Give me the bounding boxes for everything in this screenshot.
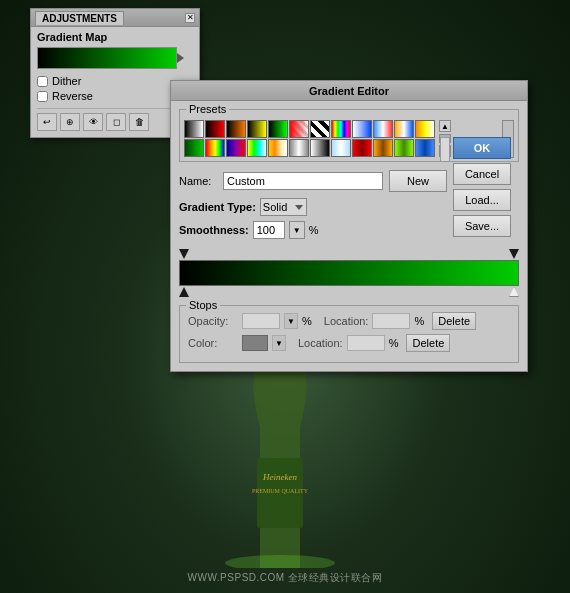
svg-text:Heineken: Heineken <box>262 472 297 482</box>
save-button[interactable]: Save... <box>453 215 511 237</box>
gradient-editor-body: Presets <box>171 101 527 371</box>
dither-label: Dither <box>52 75 81 87</box>
color-location-pct: % <box>389 337 399 349</box>
presets-row-1 <box>184 120 435 138</box>
opacity-stop-left[interactable] <box>179 249 189 259</box>
preset-swatch-3[interactable] <box>226 120 246 138</box>
opacity-location-input[interactable] <box>372 313 410 329</box>
svg-text:PREMIUM QUALITY: PREMIUM QUALITY <box>252 488 309 494</box>
ge-buttons: OK Cancel Load... Save... <box>453 137 511 237</box>
reverse-checkbox[interactable] <box>37 91 48 102</box>
scroll-thumb[interactable] <box>440 137 450 162</box>
color-dropdown-button[interactable]: ▼ <box>272 335 286 351</box>
color-delete-button[interactable]: Delete <box>406 334 450 352</box>
preset-swatch-24[interactable] <box>415 139 435 157</box>
scroll-up-button[interactable]: ▲ <box>439 120 451 132</box>
presets-label: Presets <box>186 103 229 115</box>
color-stop-row: Color: ▼ Location: % Delete <box>188 334 510 352</box>
preset-swatch-7[interactable] <box>310 120 330 138</box>
tool-btn-5[interactable]: 🗑 <box>129 113 149 131</box>
gradient-editor-title: Gradient Editor <box>309 85 389 97</box>
preset-swatch-21[interactable] <box>352 139 372 157</box>
gradient-type-label: Gradient Type: <box>179 201 256 213</box>
gradient-editor-titlebar: Gradient Editor <box>171 81 527 101</box>
stops-label: Stops <box>186 299 220 311</box>
gradient-bar-section <box>179 247 519 299</box>
preset-swatch-15[interactable] <box>226 139 246 157</box>
color-field-label: Color: <box>188 337 238 349</box>
gradient-preview-arrow-icon <box>177 53 184 63</box>
preset-swatch-19[interactable] <box>310 139 330 157</box>
new-button[interactable]: New <box>389 170 447 192</box>
adjustments-close-button[interactable]: ✕ <box>185 13 195 23</box>
smoothness-input[interactable] <box>253 221 285 239</box>
gradient-bar-bottom-markers <box>179 287 519 299</box>
opacity-input[interactable] <box>242 313 280 329</box>
preset-swatch-8[interactable] <box>331 120 351 138</box>
preset-swatch-17[interactable] <box>268 139 288 157</box>
preset-swatch-9[interactable] <box>352 120 372 138</box>
color-location-input[interactable] <box>347 335 385 351</box>
opacity-pct: % <box>302 315 312 327</box>
smoothness-percent: % <box>309 224 319 236</box>
load-button[interactable]: Load... <box>453 189 511 211</box>
ok-button[interactable]: OK <box>453 137 511 159</box>
name-input[interactable] <box>223 172 383 190</box>
preset-swatch-6[interactable] <box>289 120 309 138</box>
preset-swatch-16[interactable] <box>247 139 267 157</box>
watermark: WWW.PSPSD.COM 全球经典设计联合网 <box>0 571 570 585</box>
watermark-text: WWW.PSPSD.COM 全球经典设计联合网 <box>188 572 383 583</box>
opacity-location-label: Location: <box>324 315 369 327</box>
opacity-dropdown-button[interactable]: ▼ <box>284 313 298 329</box>
preset-swatch-14[interactable] <box>205 139 225 157</box>
presets-grid-area <box>184 120 435 157</box>
preset-swatch-4[interactable] <box>247 120 267 138</box>
scroll-track <box>439 134 451 143</box>
preset-swatch-13[interactable] <box>184 139 204 157</box>
tool-btn-3[interactable]: 👁 <box>83 113 103 131</box>
preset-swatch-10[interactable] <box>373 120 393 138</box>
gradient-type-select[interactable]: Solid Noise <box>260 198 307 216</box>
opacity-location-pct: % <box>414 315 424 327</box>
tool-btn-1[interactable]: ↩ <box>37 113 57 131</box>
presets-scrollbar: ▲ ▼ <box>439 120 451 157</box>
preset-swatch-5[interactable] <box>268 120 288 138</box>
svg-point-4 <box>225 555 335 568</box>
gradient-editor-dialog: Gradient Editor Presets <box>170 80 528 372</box>
preset-swatch-11[interactable] <box>394 120 414 138</box>
color-location-label: Location: <box>298 337 343 349</box>
opacity-stop-right[interactable] <box>509 249 519 259</box>
dither-checkbox[interactable] <box>37 76 48 87</box>
presets-row-2 <box>184 139 435 157</box>
gradient-bar[interactable] <box>179 260 519 286</box>
gradient-bar-top-markers <box>179 247 519 259</box>
presets-inner: ▲ ▼ <box>184 120 446 157</box>
smoothness-dropdown-button[interactable]: ▼ <box>289 221 305 239</box>
color-swatch[interactable] <box>242 335 268 351</box>
smoothness-label: Smoothness: <box>179 224 249 236</box>
tool-btn-4[interactable]: ◻ <box>106 113 126 131</box>
preset-swatch-20[interactable] <box>331 139 351 157</box>
preset-swatch-12[interactable] <box>415 120 435 138</box>
opacity-stop-row: Opacity: ▼ % Location: % Delete <box>188 312 510 330</box>
preset-swatch-18[interactable] <box>289 139 309 157</box>
adjustments-titlebar: ADJUSTMENTS ✕ <box>31 9 199 27</box>
adjustments-section-title: Gradient Map <box>37 31 193 43</box>
gradient-preview-bar[interactable] <box>37 47 177 69</box>
tool-btn-2[interactable]: ⊕ <box>60 113 80 131</box>
color-stop-left[interactable] <box>179 287 189 297</box>
adjustments-tab: ADJUSTMENTS <box>35 11 124 25</box>
preset-swatch-2[interactable] <box>205 120 225 138</box>
cancel-button[interactable]: Cancel <box>453 163 511 185</box>
reverse-label: Reverse <box>52 90 93 102</box>
name-label: Name: <box>179 175 217 187</box>
stops-group: Stops Opacity: ▼ % Location: % Delete Co… <box>179 305 519 363</box>
opacity-field-label: Opacity: <box>188 315 238 327</box>
preset-swatch-22[interactable] <box>373 139 393 157</box>
color-stop-right[interactable] <box>509 287 519 297</box>
preset-swatch-23[interactable] <box>394 139 414 157</box>
opacity-delete-button[interactable]: Delete <box>432 312 476 330</box>
preset-swatch-1[interactable] <box>184 120 204 138</box>
